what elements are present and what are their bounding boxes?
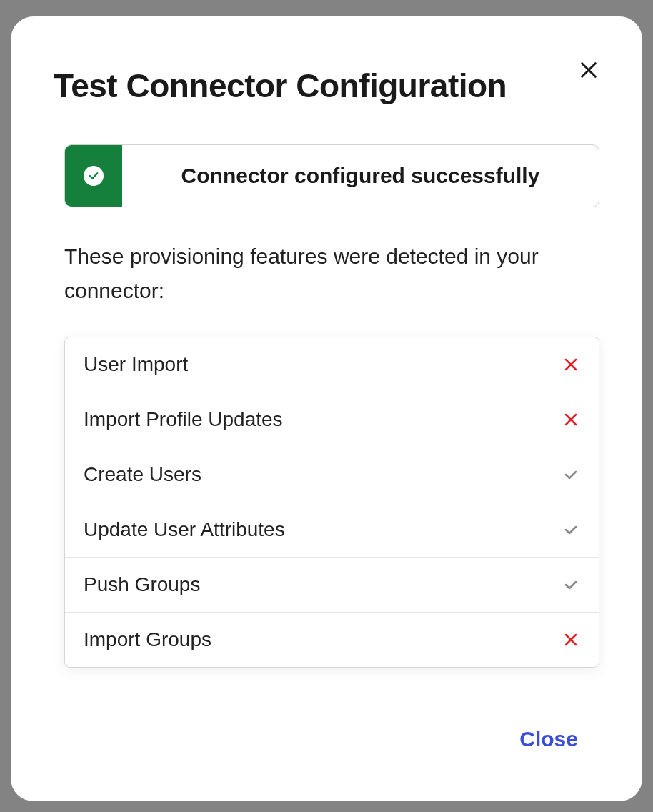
check-mark-icon [562,575,580,594]
feature-label: Import Groups [84,628,211,651]
status-icon-box [65,145,122,207]
modal-footer: Close [54,720,599,773]
feature-label: Create Users [84,463,201,486]
close-icon-button[interactable] [574,56,603,84]
feature-label: Push Groups [84,573,200,596]
feature-label: Import Profile Updates [84,408,283,431]
check-mark-icon [562,520,580,539]
status-banner: Connector configured successfully [64,144,599,207]
feature-row: Import Groups [65,613,599,667]
x-mark-icon [562,630,580,649]
test-connector-modal: Test Connector Configuration Connector c… [11,16,642,801]
feature-row: User Import [65,337,599,392]
x-mark-icon [562,355,580,374]
feature-list: User Import Import Profile Updates Creat… [64,337,599,668]
modal-title: Test Connector Configuration [54,66,599,105]
feature-row: Update User Attributes [65,502,599,558]
feature-row: Import Profile Updates [65,392,599,447]
status-message: Connector configured successfully [122,145,599,207]
success-check-icon [84,166,104,186]
close-button[interactable]: Close [505,720,592,758]
feature-label: User Import [84,353,188,376]
features-description: These provisioning features were detecte… [64,239,599,308]
feature-label: Update User Attributes [84,518,285,541]
x-mark-icon [562,410,580,429]
check-mark-icon [562,465,580,484]
close-icon [579,60,599,80]
feature-row: Push Groups [65,558,599,613]
feature-row: Create Users [65,447,599,502]
